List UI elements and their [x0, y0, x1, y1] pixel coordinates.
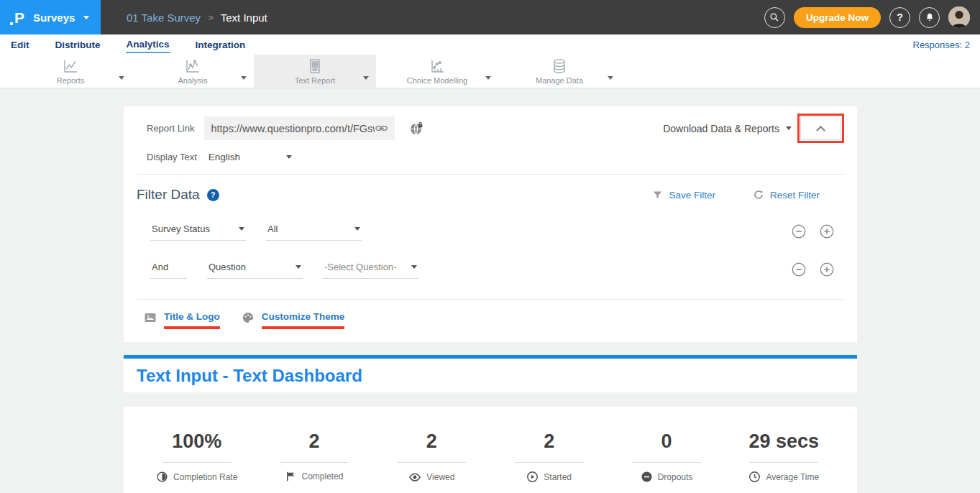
remove-condition-icon[interactable] [791, 262, 807, 277]
filter-field-dropdown[interactable]: Survey Status [150, 221, 246, 241]
divider [162, 462, 232, 463]
tab-choice-modelling[interactable]: Choice Modelling [376, 55, 498, 88]
product-switcher[interactable]: P Surveys [0, 0, 101, 34]
download-data-reports-dropdown[interactable]: Download Data & Reports [663, 123, 792, 134]
divider [397, 462, 466, 463]
customize-theme-link[interactable]: Customize Theme [262, 311, 345, 329]
text-report-icon [306, 57, 324, 75]
notifications-button[interactable] [919, 7, 940, 28]
stat-dropouts: 0 Dropouts [608, 430, 725, 487]
divider [280, 462, 349, 463]
help-button[interactable]: ? [889, 7, 910, 28]
tab-manage-data-dropdown[interactable] [608, 70, 613, 83]
palette-icon [242, 311, 255, 324]
save-filter-link[interactable]: Save Filter [669, 190, 715, 201]
image-icon [144, 311, 157, 324]
reset-icon [753, 189, 764, 201]
tab-text-report-dropdown[interactable] [363, 70, 369, 83]
filter-row-controls [791, 224, 835, 239]
filter-value-dropdown[interactable]: All [266, 221, 362, 241]
add-condition-icon[interactable] [819, 224, 835, 239]
filter-help-icon[interactable]: ? [207, 189, 219, 201]
copy-link-button[interactable] [375, 121, 388, 135]
divider [749, 462, 818, 463]
play-circle-icon [526, 471, 539, 483]
dashboard-title-card: Text Input - Text Dashboard [124, 359, 857, 392]
title-logo-link[interactable]: Title & Logo [164, 311, 220, 329]
collapse-panel-button[interactable] [800, 116, 841, 140]
breadcrumb-separator: > [208, 12, 214, 23]
chevron-down-icon [286, 155, 292, 159]
survey-nav: Edit Distribute Analytics Integration Re… [0, 34, 980, 55]
chevron-down-icon [786, 126, 792, 130]
stats-row: 100% Completion Rate 2 Completed 2 Viewe… [124, 430, 857, 487]
line-chart-icon [62, 57, 79, 75]
divider [515, 462, 584, 463]
breadcrumb: 01 Take Survey > Text Input [127, 11, 267, 24]
tab-analysis-dropdown[interactable] [241, 70, 247, 83]
eye-icon [408, 471, 421, 484]
remove-condition-icon[interactable] [791, 224, 807, 239]
tab-manage-data[interactable]: Manage Data [498, 55, 620, 88]
chevron-down-icon [411, 265, 417, 269]
link-icon [375, 121, 388, 135]
add-condition-icon[interactable] [819, 262, 835, 277]
stat-viewed: 2 Viewed [373, 430, 490, 487]
tab-text-report[interactable]: Text Report [254, 55, 376, 88]
flag-icon [285, 471, 296, 482]
nav-tab-distribute[interactable]: Distribute [55, 37, 101, 52]
reset-filter-link[interactable]: Reset Filter [770, 190, 820, 201]
header-actions: Upgrade Now ? [764, 6, 980, 28]
globe-lock-icon [409, 121, 423, 136]
breadcrumb-current: Text Input [221, 11, 267, 24]
database-icon [551, 57, 568, 75]
clock-icon [748, 471, 761, 483]
responses-count[interactable]: Responses: 2 [913, 40, 971, 50]
chevron-down-icon [354, 227, 360, 231]
upgrade-now-button[interactable]: Upgrade Now [794, 7, 881, 28]
user-avatar[interactable] [948, 6, 970, 28]
filter-actions: Save Filter Reset Filter [652, 189, 820, 201]
stat-started: 2 Started [490, 430, 608, 487]
display-text-row: Display Text English [124, 144, 857, 174]
divider [632, 462, 701, 463]
link-privacy-button[interactable] [409, 121, 423, 136]
report-link-input[interactable] [211, 123, 375, 134]
tab-reports-dropdown[interactable] [119, 70, 124, 83]
top-header: P Surveys 01 Take Survey > Text Input Up… [0, 0, 980, 34]
filter-row-controls [791, 262, 835, 277]
tab-analysis[interactable]: Analysis [132, 55, 254, 88]
stat-completed: 2 Completed [255, 430, 372, 487]
dashboard-title: Text Input - Text Dashboard [137, 366, 362, 386]
funnel-icon [652, 190, 663, 201]
display-text-label: Display Text [147, 152, 197, 162]
minus-circle-icon [641, 471, 653, 483]
nav-tab-edit[interactable]: Edit [10, 37, 30, 52]
avatar-photo [948, 6, 970, 28]
tab-choice-modelling-dropdown[interactable] [485, 70, 491, 83]
report-link-row: Report Link Download Data & Reports [124, 106, 857, 144]
search-button[interactable] [764, 7, 785, 28]
scatter-chart-icon [429, 57, 446, 75]
stat-average-time: 29 secs Average Time [725, 430, 843, 487]
report-link-box [204, 116, 395, 140]
display-text-dropdown[interactable]: English [209, 152, 292, 162]
bell-icon [925, 12, 935, 22]
tab-reports[interactable]: Reports [9, 55, 132, 88]
filter-field-dropdown[interactable]: Question [207, 259, 303, 279]
filter-data-title: Filter Data [137, 187, 200, 203]
nav-tab-integration[interactable]: Integration [195, 37, 247, 52]
conjunction-label: And [150, 259, 187, 279]
product-name: Surveys [33, 11, 75, 24]
chevron-down-icon [296, 265, 301, 269]
analytics-toolbar: Reports Analysis Text Report Choice Mode… [0, 55, 980, 88]
report-settings-card: Report Link Download Data & Reports Disp… [124, 106, 857, 342]
question-mark-icon: ? [897, 11, 903, 23]
filter-row: And Question -Select Question- [124, 259, 857, 299]
nav-tab-analytics[interactable]: Analytics [126, 37, 170, 53]
completion-rate-icon [156, 471, 168, 483]
report-link-label: Report Link [147, 123, 194, 134]
breadcrumb-survey-link[interactable]: 01 Take Survey [127, 11, 201, 24]
stats-card: 100% Completion Rate 2 Completed 2 Viewe… [124, 407, 857, 493]
select-question-dropdown[interactable]: -Select Question- [323, 259, 418, 279]
